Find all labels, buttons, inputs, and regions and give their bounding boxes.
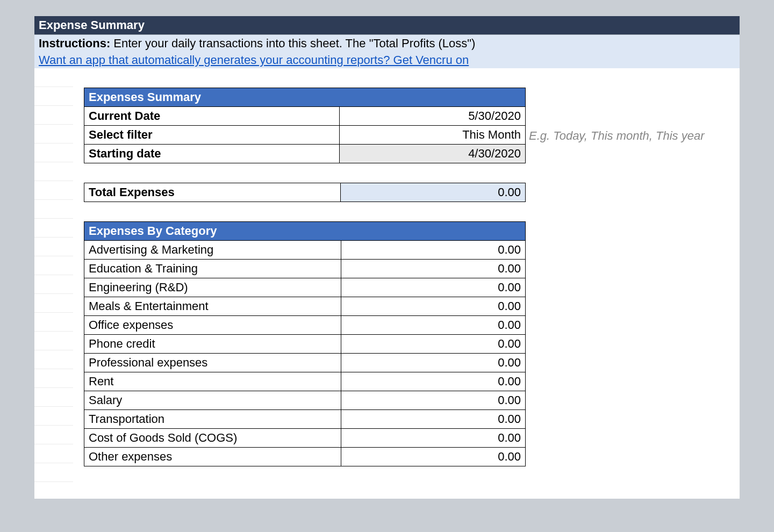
- table-row: Cost of Goods Sold (COGS)0.00: [84, 429, 526, 448]
- category-value[interactable]: 0.00: [341, 260, 526, 278]
- category-label: Advertising & Marketing: [84, 241, 341, 260]
- category-value[interactable]: 0.00: [341, 335, 526, 354]
- category-label: Cost of Goods Sold (COGS): [84, 429, 341, 448]
- spreadsheet-page: Expense Summary Instructions: Enter your…: [34, 16, 740, 499]
- page-title: Expense Summary: [34, 16, 740, 35]
- category-value[interactable]: 0.00: [341, 448, 526, 466]
- table-row: Salary0.00: [84, 391, 526, 410]
- table-row: Transportation0.00: [84, 410, 526, 429]
- total-expenses-value: 0.00: [341, 183, 526, 202]
- filter-hint: E.g. Today, This month, This year: [529, 129, 704, 143]
- sheet-area: Expenses Summary Current Date 5/30/2020 …: [34, 68, 740, 499]
- category-value[interactable]: 0.00: [341, 278, 526, 297]
- category-label: Salary: [84, 391, 341, 410]
- instructions-label: Instructions:: [39, 37, 110, 50]
- row-starting-date: Starting date 4/30/2020: [84, 145, 526, 163]
- category-label: Other expenses: [84, 448, 341, 466]
- category-label: Rent: [84, 372, 341, 391]
- category-label: Professional expenses: [84, 354, 341, 372]
- table-row: Engineering (R&D)0.00: [84, 278, 526, 297]
- table-row: Meals & Entertainment0.00: [84, 297, 526, 316]
- category-value[interactable]: 0.00: [341, 429, 526, 448]
- category-value[interactable]: 0.00: [341, 241, 526, 260]
- instructions-text: Enter your daily transactions into this …: [110, 37, 475, 50]
- category-value[interactable]: 0.00: [341, 297, 526, 316]
- current-date-value[interactable]: 5/30/2020: [340, 107, 526, 126]
- table-row: Education & Training0.00: [84, 260, 526, 278]
- select-filter-label: Select filter: [84, 126, 340, 145]
- category-value[interactable]: 0.00: [341, 316, 526, 335]
- category-value[interactable]: 0.00: [341, 410, 526, 429]
- category-value[interactable]: 0.00: [341, 354, 526, 372]
- starting-date-label: Starting date: [84, 145, 340, 163]
- category-label: Phone credit: [84, 335, 341, 354]
- table-row: Professional expenses0.00: [84, 354, 526, 372]
- current-date-label: Current Date: [84, 107, 340, 126]
- total-expenses-label: Total Expenses: [84, 183, 341, 202]
- summary-table: Expenses Summary Current Date 5/30/2020 …: [84, 88, 526, 163]
- category-label: Meals & Entertainment: [84, 297, 341, 316]
- category-section-header: Expenses By Category: [84, 222, 526, 241]
- category-label: Office expenses: [84, 316, 341, 335]
- total-table: Total Expenses 0.00: [84, 183, 526, 202]
- category-label: Engineering (R&D): [84, 278, 341, 297]
- category-value[interactable]: 0.00: [341, 372, 526, 391]
- row-total-expenses: Total Expenses 0.00: [84, 183, 526, 202]
- row-current-date: Current Date 5/30/2020: [84, 107, 526, 126]
- promo-bar: Want an app that automatically generates…: [34, 52, 740, 68]
- category-label: Education & Training: [84, 260, 341, 278]
- table-row: Rent0.00: [84, 372, 526, 391]
- table-row: Office expenses0.00: [84, 316, 526, 335]
- table-row: Other expenses0.00: [84, 448, 526, 466]
- starting-date-value[interactable]: 4/30/2020: [340, 145, 526, 163]
- select-filter-value[interactable]: This Month: [340, 126, 526, 145]
- category-value[interactable]: 0.00: [341, 391, 526, 410]
- summary-section-header: Expenses Summary: [84, 88, 526, 107]
- category-label: Transportation: [84, 410, 341, 429]
- row-select-filter: Select filter This Month: [84, 126, 526, 145]
- promo-link[interactable]: Want an app that automatically generates…: [39, 53, 469, 67]
- table-row: Phone credit0.00: [84, 335, 526, 354]
- table-row: Advertising & Marketing0.00: [84, 241, 526, 260]
- category-table: Expenses By Category Advertising & Marke…: [84, 221, 526, 466]
- instructions-bar: Instructions: Enter your daily transacti…: [34, 35, 740, 52]
